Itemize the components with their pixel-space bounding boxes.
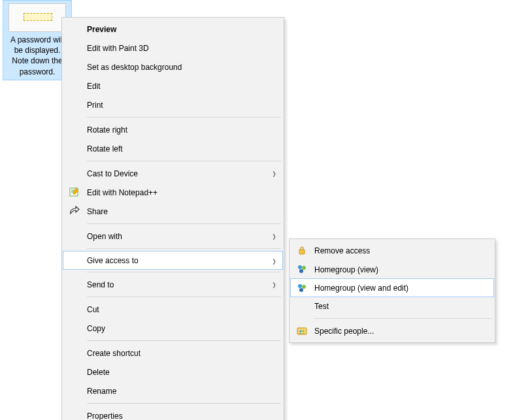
menu-item-label: Properties: [87, 412, 123, 421]
chevron-right-icon: ›: [273, 165, 276, 182]
menu-item-label: Set as desktop background: [87, 63, 182, 72]
menu-item-label: Remove access: [314, 246, 370, 255]
context-menu-item-set-as-desktop-background[interactable]: Set as desktop background: [63, 57, 282, 76]
chevron-right-icon: ›: [273, 252, 276, 269]
menu-item-label: Homegroup (view and edit): [314, 283, 408, 293]
menu-item-label: Rename: [87, 387, 116, 396]
svg-point-8: [298, 284, 302, 288]
context-menu-item-delete[interactable]: Delete: [63, 363, 282, 381]
share-icon: [69, 205, 80, 217]
menu-item-label: Delete: [87, 368, 110, 377]
menu-item-label: Specific people...: [314, 327, 374, 336]
svg-point-10: [299, 288, 303, 292]
context-menu-item-edit[interactable]: Edit: [63, 76, 282, 95]
submenu-separator: [314, 318, 492, 319]
context-menu-separator: [87, 223, 281, 224]
homegroup-icon: [296, 263, 308, 275]
submenu-item-remove-access[interactable]: Remove access: [291, 241, 493, 260]
context-menu-item-send-to[interactable]: Send to›: [63, 275, 282, 294]
file-thumbnail: [8, 3, 66, 32]
menu-item-label: Cut: [87, 305, 99, 314]
context-menu-item-share[interactable]: Share: [63, 202, 282, 221]
notepadpp-icon: [69, 186, 80, 198]
menu-item-label: Print: [87, 101, 103, 110]
svg-point-9: [302, 285, 306, 289]
submenu-item-specific-people[interactable]: Specific people...: [291, 321, 493, 340]
file-label: A password will be displayed. Note down …: [6, 35, 69, 77]
context-menu-item-cast-to-device[interactable]: Cast to Device›: [63, 164, 282, 183]
context-menu-separator: [87, 403, 281, 404]
submenu-item-homegroup-view[interactable]: Homegroup (view): [291, 260, 493, 279]
lock-icon: [296, 244, 308, 256]
svg-point-6: [302, 266, 306, 270]
context-menu-item-give-access-to[interactable]: Give access to›: [63, 251, 283, 270]
context-menu-item-rotate-right[interactable]: Rotate right: [63, 120, 282, 139]
menu-item-label: Homegroup (view): [314, 265, 378, 274]
menu-item-label: Test: [314, 302, 329, 311]
menu-item-label: Send to: [87, 280, 114, 289]
context-menu-item-edit-with-notepad[interactable]: Edit with Notepad++: [63, 183, 282, 202]
context-menu-item-rotate-left[interactable]: Rotate left: [63, 139, 282, 158]
context-menu: PreviewEdit with Paint 3DSet as desktop …: [61, 17, 284, 420]
chevron-right-icon: ›: [273, 276, 276, 293]
context-menu-item-preview[interactable]: Preview: [63, 20, 282, 39]
menu-item-label: Preview: [87, 25, 116, 34]
submenu-item-homegroup-view-and-edit[interactable]: Homegroup (view and edit): [290, 278, 494, 297]
context-menu-separator: [87, 297, 281, 297]
context-menu-item-properties[interactable]: Properties: [63, 406, 282, 420]
menu-item-label: Create shortcut: [87, 349, 141, 358]
svg-point-13: [302, 330, 304, 332]
context-submenu-give-access-to: Remove accessHomegroup (view)Homegroup (…: [289, 238, 495, 343]
svg-point-7: [299, 269, 303, 273]
context-menu-separator: [87, 117, 281, 118]
svg-point-12: [299, 330, 301, 332]
menu-item-label: Share: [87, 207, 108, 216]
svg-rect-11: [297, 328, 306, 334]
thumbnail-preview: [24, 13, 52, 21]
context-menu-separator: [87, 248, 281, 249]
menu-item-label: Edit: [87, 82, 101, 91]
context-menu-separator: [87, 272, 281, 272]
context-menu-item-cut[interactable]: Cut: [63, 300, 282, 319]
menu-item-label: Open with: [87, 232, 122, 241]
chevron-right-icon: ›: [273, 227, 276, 244]
context-menu-item-print[interactable]: Print: [63, 95, 282, 114]
people-icon: [296, 325, 308, 336]
context-menu-separator: [87, 340, 281, 341]
menu-item-label: Cast to Device: [87, 169, 138, 178]
context-menu-item-edit-with-paint-3d[interactable]: Edit with Paint 3D: [63, 39, 282, 57]
menu-item-label: Edit with Paint 3D: [87, 44, 149, 53]
context-menu-item-rename[interactable]: Rename: [63, 381, 282, 400]
svg-point-5: [298, 265, 302, 269]
menu-item-label: Rotate right: [87, 125, 127, 135]
context-menu-item-copy[interactable]: Copy: [63, 319, 282, 338]
menu-item-label: Give access to: [87, 256, 139, 265]
menu-item-label: Rotate left: [87, 144, 123, 153]
context-menu-item-create-shortcut[interactable]: Create shortcut: [63, 344, 282, 363]
context-menu-item-open-with[interactable]: Open with›: [63, 227, 282, 246]
context-menu-separator: [87, 161, 281, 161]
menu-item-label: Edit with Notepad++: [87, 188, 157, 197]
svg-rect-4: [299, 250, 305, 254]
homegroup-icon: [296, 282, 308, 294]
submenu-item-test[interactable]: Test: [291, 297, 493, 315]
menu-item-label: Copy: [87, 324, 105, 333]
